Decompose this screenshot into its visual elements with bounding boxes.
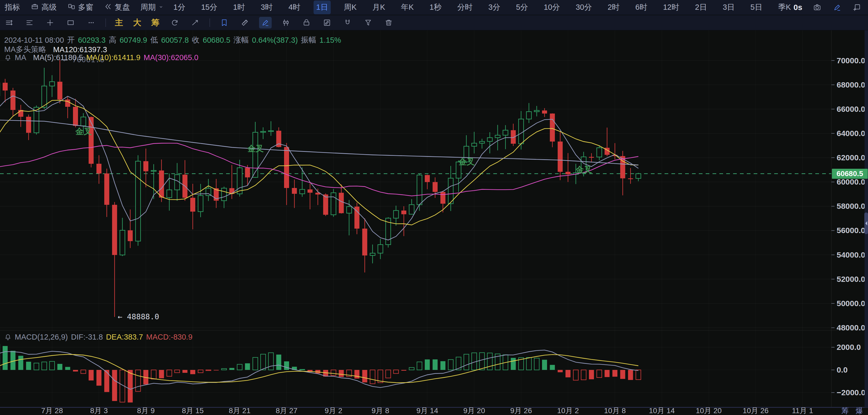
period-tab[interactable]: 6时 (633, 1, 650, 14)
menu-period-menu[interactable]: 周期 (141, 2, 164, 13)
menu-advanced-menu[interactable]: 高级 (31, 2, 57, 13)
right-scrollbar[interactable] (864, 30, 868, 407)
period-tab[interactable]: 10分 (541, 1, 562, 14)
note-icon[interactable] (321, 17, 333, 28)
svg-text:0.0: 0.0 (837, 365, 848, 374)
menu-replay-menu[interactable]: 复盘 (104, 2, 130, 13)
chips-toggle-button[interactable]: 筹 (841, 407, 849, 415)
ma120-line (0, 120, 638, 165)
svg-text:10月 14: 10月 14 (649, 407, 675, 415)
refresh-icon[interactable] (168, 17, 181, 28)
ruler-icon[interactable] (239, 17, 251, 28)
quick-draw-icon[interactable] (832, 2, 842, 13)
period-tab[interactable]: 2时 (605, 1, 622, 14)
svg-text:9月 20: 9月 20 (463, 407, 485, 415)
svg-text:← 48888.0: ← 48888.0 (118, 312, 159, 321)
more-tools-icon[interactable] (85, 17, 97, 28)
toolbar-draw-group: 主大筹 (3, 17, 395, 28)
svg-text:10月 20: 10月 20 (696, 407, 721, 415)
svg-text:7月 28: 7月 28 (41, 407, 63, 415)
svg-text:10月 2: 10月 2 (557, 407, 579, 415)
menu-indicators-menu[interactable]: 指标 (5, 2, 20, 13)
period-tab[interactable]: 周K (341, 1, 359, 14)
add-window-icon[interactable] (852, 2, 862, 13)
low-label: 低 (150, 35, 158, 46)
trendline-tool-icon[interactable] (189, 17, 202, 28)
pencil-tool-icon[interactable] (259, 17, 272, 28)
svg-text:8月 21: 8月 21 (229, 407, 251, 415)
price-axis[interactable]: 70000.068000.066000.064000.062000.060000… (831, 56, 865, 397)
pane-scale-icon[interactable] (3, 17, 15, 28)
macd-histogram-layer (0, 344, 641, 403)
svg-text:11月 1: 11月 1 (792, 407, 813, 415)
macd-value: MACD:-830.9 (146, 333, 193, 342)
burst-toggle-button[interactable]: 爆 (856, 407, 863, 415)
candles-layer (0, 60, 641, 317)
kline-app: { "toolbar_main": { "menu_items": [ {"na… (0, 0, 868, 415)
ma10-value: MA(10):61411.9 (86, 53, 141, 62)
period-tab[interactable]: 3分 (486, 1, 503, 14)
magnet-icon[interactable] (341, 17, 354, 28)
macd-title[interactable]: MACD(12,26,9) (15, 333, 68, 342)
chart-canvas[interactable]: 金叉金叉金叉金叉← 48888.0← 70061.670000.068000.0… (0, 0, 868, 415)
ma-title[interactable]: MA (15, 53, 26, 62)
period-tab[interactable]: 5分 (513, 1, 530, 14)
svg-text:10月 8: 10月 8 (604, 407, 626, 415)
menu-multi-window-menu[interactable]: 多窗 (67, 2, 93, 13)
svg-text:金叉: 金叉 (458, 157, 475, 166)
replay-menu-icon (104, 2, 112, 13)
period-tab[interactable]: 2日 (692, 1, 710, 14)
period-tab[interactable]: 3时 (258, 1, 275, 14)
svg-text:8月 3: 8月 3 (90, 407, 108, 415)
menu-label: 指标 (5, 2, 20, 13)
period-tab[interactable]: 5日 (748, 1, 765, 14)
svg-text:8月 15: 8月 15 (182, 407, 204, 415)
period-tab[interactable]: 3日 (720, 1, 737, 14)
kline-style-icon[interactable] (280, 17, 292, 28)
macd-bell-icon[interactable] (4, 333, 11, 341)
ma-indicator-row: MA MA(5):61180.5 MA(10):61411.9 MA(30):6… (4, 53, 202, 62)
crosshair-icon[interactable] (44, 17, 56, 28)
rect-tool-icon[interactable] (64, 17, 77, 28)
svg-text:52000.0: 52000.0 (837, 275, 865, 284)
macd-indicator-row: MACD(12,26,9) DIF:-31.8 DEA:383.7 MACD:-… (4, 333, 195, 342)
replay-timer: 0s (794, 3, 802, 12)
period-tab[interactable]: 15分 (198, 1, 220, 14)
svg-text:9月 26: 9月 26 (510, 407, 532, 415)
svg-text:金叉: 金叉 (576, 165, 592, 174)
screenshot-icon[interactable] (812, 2, 822, 13)
open-value: 60293.3 (78, 36, 106, 45)
lock-icon[interactable] (300, 17, 313, 28)
change-value: 0.64%(387.3) (252, 36, 298, 45)
pane-list-icon[interactable] (23, 17, 36, 28)
period-tab[interactable]: 1秒 (427, 1, 444, 14)
svg-text:68000.0: 68000.0 (837, 81, 865, 89)
bookmark-icon[interactable] (218, 17, 230, 28)
toolbar-main-left: 指标高级多窗复盘周期 (5, 2, 164, 13)
period-tab[interactable]: 年K (398, 1, 416, 14)
ma30-line (0, 143, 638, 196)
period-tab[interactable]: 月K (370, 1, 388, 14)
svg-text:金叉: 金叉 (247, 144, 264, 153)
period-tab[interactable]: 12时 (660, 1, 682, 14)
period-tab[interactable]: 1时 (230, 1, 247, 14)
chips-chart-button[interactable]: 筹 (150, 17, 160, 28)
trash-icon[interactable] (382, 17, 395, 28)
period-tab[interactable]: 分时 (455, 1, 475, 14)
filter-icon[interactable] (362, 17, 374, 28)
large-chart-button[interactable]: 大 (132, 17, 142, 28)
period-tab[interactable]: 4时 (286, 1, 303, 14)
period-tab[interactable]: 1日 (314, 1, 331, 14)
menu-label: 周期 (141, 2, 156, 13)
time-axis[interactable]: 7月 288月 38月 98月 158月 218月 279月 29月 89月 1… (41, 407, 863, 415)
main-chart-button[interactable]: 主 (114, 17, 124, 28)
period-tab[interactable]: 1分 (171, 1, 188, 14)
close-value: 60680.5 (203, 36, 230, 45)
period-tab[interactable]: 30分 (573, 1, 594, 14)
alert-bell-icon[interactable] (4, 54, 11, 61)
open-label: 开 (67, 35, 75, 46)
bar-datetime: 2024-10-11 08:00 (4, 36, 64, 45)
period-tab[interactable]: 季K (776, 1, 794, 14)
menu-label: 复盘 (115, 2, 130, 13)
ohlc-info-row: 2024-10-11 08:00 开 60293.3 高 60749.9 低 6… (4, 35, 344, 46)
